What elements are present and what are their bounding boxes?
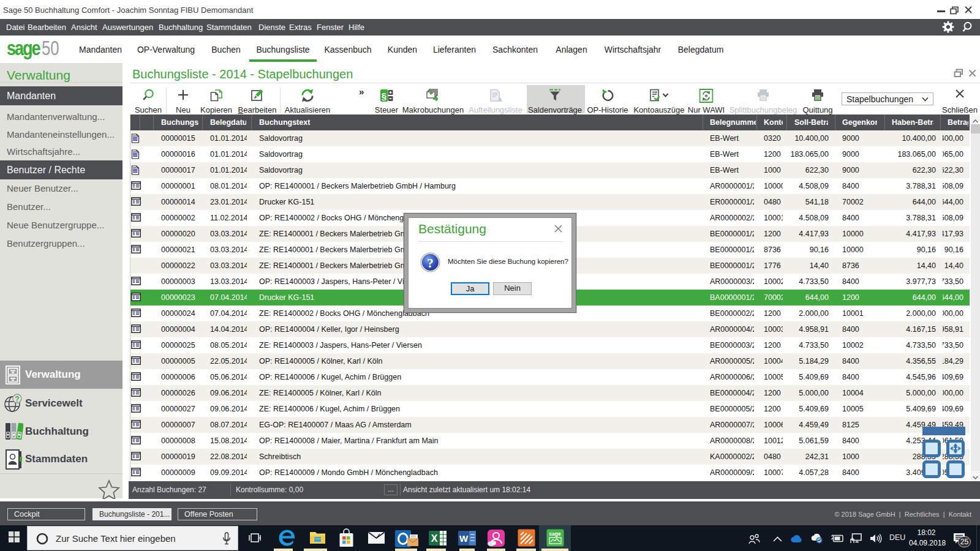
svg-text:?: ? (427, 256, 434, 271)
svg-text:§: § (382, 91, 386, 101)
svg-text:W: W (459, 533, 469, 544)
svg-text:sage: sage (549, 531, 561, 537)
svg-text:?: ? (15, 395, 19, 403)
svg-text:X: X (431, 533, 438, 544)
